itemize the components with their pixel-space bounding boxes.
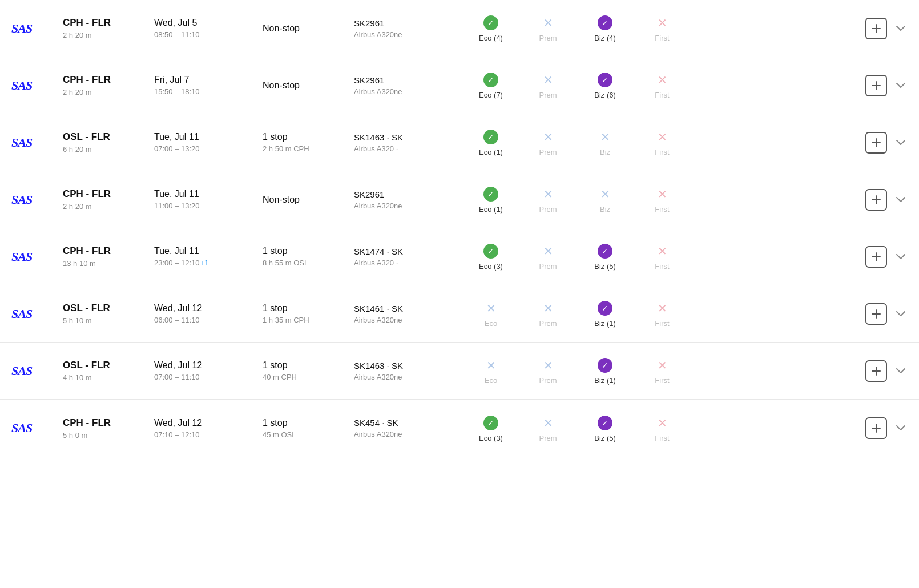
stops-label: Non-stop bbox=[263, 195, 354, 205]
expand-flight-button[interactable] bbox=[894, 364, 908, 378]
prem-availability-icon: ✕ bbox=[539, 71, 557, 88]
biz-availability-icon: ✓ bbox=[596, 14, 614, 31]
expand-flight-button[interactable] bbox=[894, 421, 908, 435]
eco-class: ✓Eco (3) bbox=[462, 243, 519, 271]
add-flight-button[interactable] bbox=[865, 417, 887, 439]
flight-number: SK2961 bbox=[354, 190, 462, 199]
plus-day-indicator: +1 bbox=[201, 259, 209, 267]
route-name: CPH - FLR bbox=[63, 74, 154, 86]
eco-label: Eco (4) bbox=[479, 34, 503, 42]
biz-label: Biz (5) bbox=[594, 434, 616, 442]
eco-class: ✓Eco (1) bbox=[462, 128, 519, 156]
first-class: ✕First bbox=[634, 414, 691, 442]
first-availability-icon: ✕ bbox=[654, 300, 671, 317]
flight-info: SK2961Airbus A320ne bbox=[354, 190, 462, 210]
prem-label: Prem bbox=[539, 262, 557, 271]
airline-logo: SAS bbox=[11, 421, 63, 436]
eco-availability-icon: ✓ bbox=[482, 186, 499, 203]
add-flight-button[interactable] bbox=[865, 18, 887, 39]
first-class: ✕First bbox=[634, 71, 691, 99]
date-label: Wed, Jul 5 bbox=[154, 18, 263, 28]
expand-flight-button[interactable] bbox=[894, 79, 908, 92]
flight-info: SK2961Airbus A320ne bbox=[354, 75, 462, 96]
first-availability-icon: ✕ bbox=[654, 186, 671, 203]
flight-date: Tue, Jul 1107:00 – 13:20 bbox=[154, 132, 263, 153]
flight-stops: Non-stop bbox=[263, 195, 354, 205]
date-label: Wed, Jul 12 bbox=[154, 360, 263, 370]
biz-class: ✓Biz (1) bbox=[577, 357, 634, 385]
expand-flight-button[interactable] bbox=[894, 307, 908, 321]
add-flight-button[interactable] bbox=[865, 132, 887, 154]
flight-number: SK454 · SK bbox=[354, 418, 462, 428]
stops-label: 1 stop bbox=[263, 246, 354, 256]
sas-logo: SAS bbox=[11, 78, 32, 93]
flight-date: Fri, Jul 715:50 – 18:10 bbox=[154, 75, 263, 96]
biz-label: Biz bbox=[600, 205, 610, 214]
stops-detail: 45 m OSL bbox=[263, 430, 354, 439]
expand-flight-button[interactable] bbox=[894, 136, 908, 150]
aircraft-type: Airbus A320ne bbox=[354, 87, 462, 96]
prem-label: Prem bbox=[539, 376, 557, 385]
expand-flight-button[interactable] bbox=[894, 250, 908, 264]
flight-stops: Non-stop bbox=[263, 80, 354, 91]
eco-class: ✓Eco (7) bbox=[462, 71, 519, 99]
first-label: First bbox=[655, 434, 669, 442]
first-availability-icon: ✕ bbox=[654, 71, 671, 88]
biz-label: Biz (6) bbox=[594, 91, 616, 99]
biz-availability-icon: ✓ bbox=[596, 243, 614, 260]
biz-availability-icon: ✓ bbox=[596, 71, 614, 88]
flight-info: SK1474 · SKAirbus A320 · bbox=[354, 247, 462, 267]
flight-row: SASCPH - FLR5 h 0 mWed, Jul 1207:10 – 12… bbox=[0, 400, 919, 457]
flight-actions bbox=[865, 132, 908, 154]
route-name: OSL - FLR bbox=[63, 303, 154, 314]
first-class: ✕First bbox=[634, 186, 691, 214]
airline-logo: SAS bbox=[11, 307, 63, 321]
add-flight-button[interactable] bbox=[865, 303, 887, 325]
airline-logo: SAS bbox=[11, 135, 63, 150]
biz-availability-icon: ✕ bbox=[596, 186, 614, 203]
aircraft-type: Airbus A320ne bbox=[354, 430, 462, 438]
flight-number: SK1461 · SK bbox=[354, 304, 462, 313]
flight-date: Wed, Jul 508:50 – 11:10 bbox=[154, 18, 263, 39]
first-availability-icon: ✕ bbox=[654, 414, 671, 432]
first-label: First bbox=[655, 91, 669, 99]
flight-route: CPH - FLR2 h 20 m bbox=[63, 74, 154, 96]
stops-label: 1 stop bbox=[263, 303, 354, 313]
flight-stops: Non-stop bbox=[263, 23, 354, 34]
prem-availability-icon: ✕ bbox=[539, 357, 557, 374]
first-label: First bbox=[655, 148, 669, 156]
flight-row: SASOSL - FLR5 h 10 mWed, Jul 1206:00 – 1… bbox=[0, 285, 919, 343]
biz-availability-icon: ✕ bbox=[596, 128, 614, 146]
eco-class: ✕Eco bbox=[462, 300, 519, 328]
prem-class: ✕Prem bbox=[519, 357, 577, 385]
add-flight-button[interactable] bbox=[865, 246, 887, 268]
flight-stops: 1 stop40 m CPH bbox=[263, 360, 354, 381]
route-name: CPH - FLR bbox=[63, 17, 154, 29]
sas-logo: SAS bbox=[11, 421, 32, 436]
route-duration: 2 h 20 m bbox=[63, 31, 154, 39]
expand-flight-button[interactable] bbox=[894, 193, 908, 207]
aircraft-type: Airbus A320ne bbox=[354, 373, 462, 381]
eco-label: Eco (1) bbox=[479, 148, 503, 156]
add-flight-button[interactable] bbox=[865, 189, 887, 211]
prem-class: ✕Prem bbox=[519, 414, 577, 442]
first-class: ✕First bbox=[634, 14, 691, 42]
biz-label: Biz (5) bbox=[594, 262, 616, 271]
eco-availability-icon: ✓ bbox=[482, 243, 499, 260]
add-flight-button[interactable] bbox=[865, 360, 887, 382]
flight-date: Tue, Jul 1123:00 – 12:10+1 bbox=[154, 246, 263, 267]
first-availability-icon: ✕ bbox=[654, 128, 671, 146]
route-duration: 5 h 0 m bbox=[63, 431, 154, 440]
flight-number: SK2961 bbox=[354, 75, 462, 85]
eco-availability-icon: ✓ bbox=[482, 128, 499, 146]
flight-actions bbox=[865, 189, 908, 211]
expand-flight-button[interactable] bbox=[894, 22, 908, 35]
flight-info: SK1463 · SKAirbus A320ne bbox=[354, 361, 462, 381]
airline-logo: SAS bbox=[11, 364, 63, 378]
first-availability-icon: ✕ bbox=[654, 243, 671, 260]
flight-info: SK1463 · SKAirbus A320 · bbox=[354, 132, 462, 153]
add-flight-button[interactable] bbox=[865, 75, 887, 96]
date-time: 15:50 – 18:10 bbox=[154, 87, 263, 96]
flight-actions bbox=[865, 75, 908, 96]
route-name: CPH - FLR bbox=[63, 245, 154, 257]
